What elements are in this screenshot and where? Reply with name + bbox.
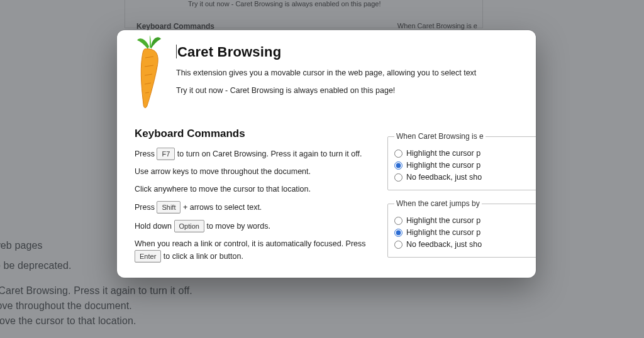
radio-g1-opt3[interactable] [394,173,402,182]
radio-g1-opt2[interactable] [394,161,402,170]
radio-g2-opt1[interactable] [394,217,402,225]
radio-g1-opt1[interactable] [394,150,402,158]
kb-line-option: Hold down Option to move by words. [135,220,380,232]
radio-label-g1-opt3[interactable]: No feedback, just sho [406,173,482,182]
keyboard-commands-section: Keyboard Commands Press F7 to turn on Ca… [135,128,380,269]
kb-text: Hold down [135,222,174,231]
kb-line-enter: When you reach a link or control, it is … [135,239,380,263]
kb-text: + arrows to select text. [183,203,262,212]
keyboard-commands-heading: Keyboard Commands [135,128,380,140]
radio-label-g2-opt2[interactable]: Highlight the cursor p [406,228,480,237]
kb-text: to click a link or button. [164,252,243,261]
kb-text: Press [135,203,157,212]
key-shift: Shift [157,201,180,214]
radio-label-g2-opt1[interactable]: Highlight the cursor p [406,216,480,225]
dialog-tryout: Try it out now - Caret Browsing is alway… [176,85,530,97]
dialog-title-text: Caret Browsing [177,44,281,60]
kb-line-shift: Press Shift + arrows to select text. [135,201,380,214]
text-caret-icon [176,45,177,58]
caret-browsing-dialog: Caret Browsing This extension gives you … [117,30,536,278]
radio-g2-opt2[interactable] [394,229,402,237]
radio-label-g2-opt3[interactable]: No feedback, just sho [406,240,482,249]
radio-g2-opt3[interactable] [394,241,402,249]
kb-text: to turn on Caret Browsing. Press it agai… [177,150,362,158]
key-enter: Enter [135,250,161,263]
fieldset-legend-2: When the caret jumps by [394,199,482,208]
key-option: Option [174,220,204,232]
dialog-title: Caret Browsing [176,44,530,60]
key-f7: F7 [157,148,175,160]
dialog-description: This extension gives you a movable curso… [176,68,530,79]
kb-line-arrows: Use arrow keys to move throughout the do… [135,166,380,178]
kb-line-f7: Press F7 to turn on Caret Browsing. Pres… [135,148,380,160]
radio-label-g1-opt2[interactable]: Highlight the cursor p [406,161,480,170]
kb-text: Press [135,150,157,158]
kb-text: to move by words. [206,222,270,231]
fieldset-legend-1: When Caret Browsing is e [394,132,486,141]
options-column: When Caret Browsing is e Highlight the c… [387,132,536,266]
carrot-icon [128,35,172,111]
radio-label-g1-opt1[interactable]: Highlight the cursor p [406,149,480,158]
fieldset-caret-browsing-enabled: When Caret Browsing is e Highlight the c… [387,132,536,190]
fieldset-caret-jumps: When the caret jumps by Highlight the cu… [387,199,536,258]
kb-text: When you reach a link or control, it is … [135,239,366,248]
kb-line-click: Click anywhere to move the cursor to tha… [135,184,380,195]
